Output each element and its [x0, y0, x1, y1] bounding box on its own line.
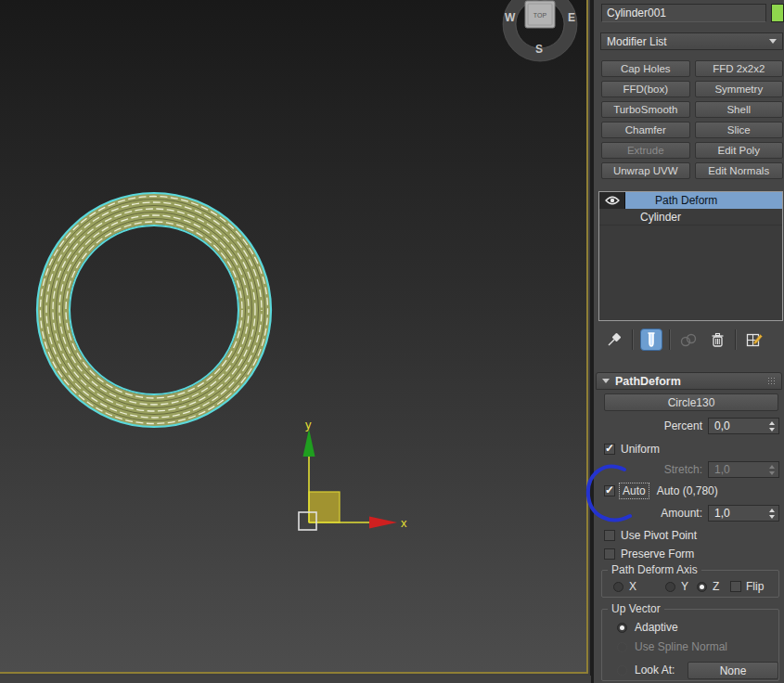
path-deform-axis-group: Path Deform Axis X Y Z Flip: [601, 570, 779, 598]
checkbox-checked-icon[interactable]: [604, 485, 615, 496]
shell-button[interactable]: Shell: [695, 101, 784, 118]
uniform-checkbox[interactable]: Uniform: [604, 443, 660, 456]
ffd-box-button[interactable]: FFD(box): [601, 81, 690, 97]
use-spline-normal-radio: Use Spline Normal: [617, 640, 727, 653]
path-deform-axis-title: Path Deform Axis: [608, 563, 701, 576]
pick-path-label: Circle130: [668, 396, 715, 409]
pin-stack-icon[interactable]: [603, 329, 625, 351]
axis-z-radio[interactable]: Z: [697, 580, 719, 593]
checkbox-unchecked-icon[interactable]: [604, 530, 615, 541]
look-at-label: Look At:: [635, 664, 675, 677]
command-panel: Modifier List Cap Holes FFD 2x2x2 FFD(bo…: [594, 0, 784, 683]
radio-unselected-icon[interactable]: [665, 582, 675, 592]
edit-poly-button[interactable]: Edit Poly: [695, 142, 784, 159]
stack-item-path-deform[interactable]: Path Deform: [599, 192, 782, 209]
flip-checkbox[interactable]: Flip: [730, 580, 764, 593]
preserve-form-label: Preserve Form: [621, 548, 694, 561]
gizmo-y-arrowhead: [303, 429, 315, 457]
gizmo-x-arrowhead: [369, 517, 397, 529]
adaptive-label: Adaptive: [635, 621, 678, 634]
look-at-radio: Look At:: [617, 664, 675, 677]
pathdeform-rollout-header[interactable]: PathDeform: [596, 372, 782, 390]
flip-label: Flip: [746, 580, 764, 593]
ring-inner-spline: [70, 226, 238, 394]
auto-value-text: Auto (0,780): [657, 484, 718, 497]
radio-unselected-icon[interactable]: [613, 582, 623, 592]
amount-spinner[interactable]: 1,0: [708, 505, 779, 522]
amount-label: Amount:: [661, 507, 702, 520]
object-name-row: [601, 4, 784, 22]
checkbox-checked-icon[interactable]: [604, 444, 615, 455]
viewcube[interactable]: W E S TOP: [497, 0, 583, 72]
toolbar-separator: [735, 329, 737, 350]
stack-item-label: Path Deform: [625, 192, 782, 209]
modifier-buttons-grid: Cap Holes FFD 2x2x2 FFD(box) Symmetry Tu…: [601, 60, 783, 179]
none-button-label: None: [720, 664, 747, 677]
rollout-title: PathDeform: [615, 375, 681, 388]
axis-x-label: X: [629, 580, 636, 593]
3dsmax-window: W E S TOP y: [0, 0, 784, 683]
compass-east-label[interactable]: E: [568, 11, 575, 24]
adaptive-radio[interactable]: Adaptive: [617, 621, 678, 634]
compass-south-label[interactable]: S: [535, 43, 543, 56]
stack-item-label: Cylinder: [640, 211, 681, 224]
axis-y-radio[interactable]: Y: [665, 580, 688, 593]
axis-x-radio[interactable]: X: [613, 580, 636, 593]
uniform-label: Uniform: [621, 443, 660, 456]
pick-path-button[interactable]: Circle130: [604, 393, 778, 411]
radio-disabled-icon: [617, 642, 627, 652]
stretch-spinner: 1,0: [708, 461, 779, 478]
remove-modifier-trash-icon[interactable]: [706, 329, 728, 351]
spinner-arrows-icon[interactable]: [769, 421, 778, 432]
radio-selected-icon[interactable]: [617, 623, 627, 633]
viewcube-top-label: TOP: [533, 12, 547, 19]
preserve-form-checkbox[interactable]: Preserve Form: [604, 548, 694, 561]
up-vector-title: Up Vector: [608, 602, 664, 615]
percent-spinner[interactable]: 0,0: [708, 418, 779, 434]
ffd-2x2x2-button[interactable]: FFD 2x2x2: [695, 60, 784, 77]
symmetry-button[interactable]: Symmetry: [695, 81, 784, 97]
rollout-grip-icon[interactable]: [767, 377, 776, 385]
unwrap-uvw-button[interactable]: Unwrap UVW: [601, 162, 690, 179]
percent-value[interactable]: 0,0: [709, 419, 730, 432]
edit-normals-button[interactable]: Edit Normals: [695, 162, 784, 179]
gizmo-y-label: y: [305, 418, 312, 432]
ring-band: [37, 193, 271, 427]
deformed-cylinder-ring[interactable]: [32, 187, 276, 432]
amount-value[interactable]: 1,0: [709, 507, 730, 520]
up-vector-group: Up Vector Adaptive Use Spline Normal Loo…: [601, 609, 779, 681]
viewport-top[interactable]: W E S TOP y: [0, 0, 588, 674]
radio-selected-icon[interactable]: [697, 582, 707, 592]
modifier-stack: Path Deform Cylinder: [598, 191, 783, 321]
percent-label: Percent: [664, 419, 702, 432]
show-end-result-icon[interactable]: [640, 329, 662, 351]
use-pivot-point-checkbox[interactable]: Use Pivot Point: [604, 529, 697, 542]
rollout-collapse-icon: [602, 379, 610, 383]
toolbar-separator: [669, 329, 671, 350]
spinner-arrows-icon: [769, 465, 778, 475]
slice-button[interactable]: Slice: [695, 122, 784, 138]
checkbox-unchecked-icon[interactable]: [730, 581, 741, 592]
chevron-down-icon: [769, 39, 777, 44]
radio-disabled-icon: [617, 665, 627, 676]
modifier-list-label: Modifier List: [607, 35, 667, 48]
transform-gizmo[interactable]: y x: [278, 416, 416, 538]
auto-checkbox[interactable]: Auto Auto (0,780): [604, 484, 718, 497]
checkbox-unchecked-icon[interactable]: [604, 548, 615, 560]
stack-toolbar: [603, 327, 779, 353]
stack-item-cylinder[interactable]: Cylinder: [599, 209, 782, 226]
object-name-input[interactable]: [601, 4, 766, 22]
turbosmooth-button[interactable]: TurboSmooth: [601, 101, 690, 118]
configure-modifier-sets-icon[interactable]: [743, 329, 765, 351]
visibility-eye-icon[interactable]: [599, 192, 625, 209]
cap-holes-button[interactable]: Cap Holes: [601, 60, 690, 77]
spinner-arrows-icon[interactable]: [769, 509, 778, 519]
axis-z-label: Z: [713, 580, 719, 593]
look-at-none-button[interactable]: None: [688, 662, 778, 679]
chamfer-button[interactable]: Chamfer: [601, 122, 690, 138]
modifier-list-dropdown[interactable]: Modifier List: [600, 32, 783, 50]
gizmo-xy-plane-handle[interactable]: [309, 492, 340, 522]
axis-y-label: Y: [681, 580, 688, 593]
compass-west-label[interactable]: W: [505, 11, 516, 24]
object-color-swatch[interactable]: [771, 4, 784, 22]
